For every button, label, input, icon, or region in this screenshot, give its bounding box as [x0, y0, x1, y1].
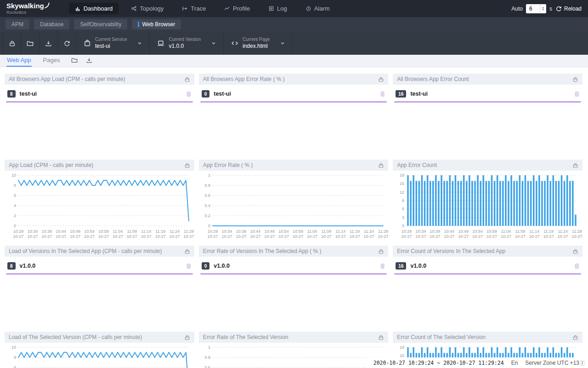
card-title: All Browsers App Error Count [397, 76, 572, 82]
value-badge: 0 [202, 262, 210, 270]
topology-icon [131, 6, 137, 12]
step-down-icon[interactable]: ▼ [581, 363, 583, 365]
lock-icon[interactable] [184, 162, 190, 168]
server-zone-control[interactable]: Server Zone UTC +13 ▲▼ [525, 360, 584, 366]
tab-pages[interactable]: Pages [43, 55, 61, 67]
svg-text:10:34: 10:34 [416, 229, 426, 234]
svg-text:10-27: 10-27 [335, 234, 345, 239]
zone-stepper[interactable]: ▲▼ [580, 360, 584, 366]
lock-icon[interactable] [378, 334, 384, 340]
svg-text:0.4: 0.4 [204, 203, 210, 208]
card-error-count-of-versions: Error Count of Versions In The Selected … [393, 246, 582, 328]
nav-item-topology[interactable]: Topology [125, 3, 170, 14]
card-title: Error Count of The Selected Version [397, 334, 572, 340]
group-tab-database[interactable]: Database [34, 19, 69, 29]
copy-icon[interactable] [379, 91, 385, 97]
selector-value: v1.0.0 [169, 43, 200, 50]
group-tab-web-browser[interactable]: Web Browser [132, 19, 181, 29]
lock-icon[interactable] [378, 248, 384, 254]
current-page-selector[interactable]: Current Page index.html [224, 32, 293, 55]
list-item[interactable]: 8 test-ui [6, 89, 193, 101]
card-header: Load of Versions In The Selected App (CP… [5, 246, 194, 257]
card-body: 8 v1.0.0 [5, 257, 194, 275]
lock-icon[interactable] [572, 334, 578, 340]
nav-item-log[interactable]: Log [262, 3, 293, 14]
card-app-load-chart: App Load (CPM - calls per minute) 108642… [5, 160, 194, 242]
export-icon[interactable] [86, 57, 92, 63]
svg-text:0.2: 0.2 [204, 213, 210, 218]
nav-item-trace[interactable]: Trace [176, 3, 212, 14]
import-template-button[interactable] [21, 32, 40, 55]
group-tab-selfobservability[interactable]: SelfObservability [74, 19, 127, 29]
svg-text:10:54: 10:54 [473, 229, 483, 234]
svg-text:11:19: 11:19 [544, 229, 554, 234]
nav-item-label: Dashboard [84, 5, 113, 12]
nav-item-profile[interactable]: Profile [218, 3, 256, 14]
lock-icon[interactable] [572, 76, 578, 82]
card-body: 0 test-ui [199, 85, 389, 103]
lock-icon[interactable] [378, 162, 384, 168]
copy-icon[interactable] [186, 91, 192, 97]
refresh-templates-button[interactable] [58, 32, 76, 55]
lock-dashboard-button[interactable] [3, 32, 21, 55]
group-tab-label: Database [40, 21, 63, 28]
svg-text:10-27: 10-27 [472, 234, 483, 239]
tab-web-app[interactable]: Web App [6, 55, 32, 67]
copy-icon[interactable] [574, 91, 580, 97]
svg-text:10:34: 10:34 [221, 229, 232, 234]
lock-icon[interactable] [184, 248, 190, 254]
svg-text:10:44: 10:44 [250, 229, 260, 234]
chart-app-error-count: 181512963010:2910-2710:3410-2710:3910-27… [393, 171, 582, 242]
lock-icon[interactable] [572, 248, 578, 254]
svg-text:10-27: 10-27 [572, 234, 582, 239]
auto-interval-stepper[interactable]: ▲▼ [540, 5, 546, 13]
svg-text:2: 2 [14, 213, 16, 218]
app-logo: Skywalking Rocketbot [6, 2, 50, 15]
group-tab-label: SelfObservability [80, 21, 121, 28]
current-version-selector[interactable]: Current Version v1.0.0 [150, 32, 223, 55]
language-switch[interactable]: En [511, 360, 518, 366]
lock-icon[interactable] [184, 334, 190, 340]
reload-button[interactable]: Reload [555, 6, 582, 12]
folder-icon[interactable] [71, 57, 78, 63]
svg-text:11:29: 11:29 [572, 229, 582, 234]
nav-item-label: Profile [233, 5, 250, 12]
copy-icon[interactable] [379, 263, 385, 269]
card-header: App Error Count [393, 160, 582, 171]
list-item[interactable]: 0 v1.0.0 [200, 261, 387, 273]
svg-text:10-27: 10-27 [458, 234, 469, 239]
svg-text:11:14: 11:14 [335, 229, 345, 234]
copy-icon[interactable] [574, 263, 580, 269]
group-tab-apm[interactable]: APM [6, 19, 29, 29]
list-item[interactable]: 8 v1.0.0 [6, 261, 193, 273]
lock-icon[interactable] [572, 162, 578, 168]
copy-icon[interactable] [186, 263, 192, 269]
current-service-selector[interactable]: Current Service test-ui [76, 32, 150, 55]
step-down-icon[interactable]: ▼ [542, 9, 544, 11]
svg-text:10-27: 10-27 [84, 234, 95, 239]
selector-label: Current Version [169, 37, 200, 43]
lock-icon [9, 40, 16, 47]
auto-interval-spinbox: ▲▼ [526, 4, 546, 13]
lock-icon[interactable] [184, 76, 190, 82]
list-item[interactable]: 0 test-ui [200, 89, 387, 101]
nav-item-alarm[interactable]: Alarm [300, 3, 336, 14]
list-item-label: v1.0.0 [20, 263, 181, 269]
list-item[interactable]: 16 v1.0.0 [394, 261, 581, 273]
svg-text:15: 15 [400, 181, 404, 186]
svg-text:6: 6 [402, 207, 404, 211]
card-title: Error Rate of Versions In The Selected A… [203, 248, 379, 254]
logo-swoosh-icon [45, 2, 50, 8]
svg-text:0.6: 0.6 [204, 365, 210, 368]
lock-icon[interactable] [378, 76, 384, 82]
selector-label: Current Service [95, 37, 127, 43]
export-template-button[interactable] [40, 32, 58, 55]
list-item[interactable]: 16 test-ui [394, 89, 581, 101]
svg-text:11:14: 11:14 [141, 229, 151, 234]
nav-item-label: Topology [140, 5, 164, 12]
nav-item-dashboard[interactable]: Dashboard [69, 3, 119, 14]
time-range-picker[interactable]: 2020-10-27 10:29:24 ~ 2020-10-27 11:29:2… [373, 360, 504, 366]
value-badge: 16 [396, 262, 406, 270]
nav-item-label: Log [277, 5, 287, 12]
svg-text:10-27: 10-27 [529, 234, 540, 239]
